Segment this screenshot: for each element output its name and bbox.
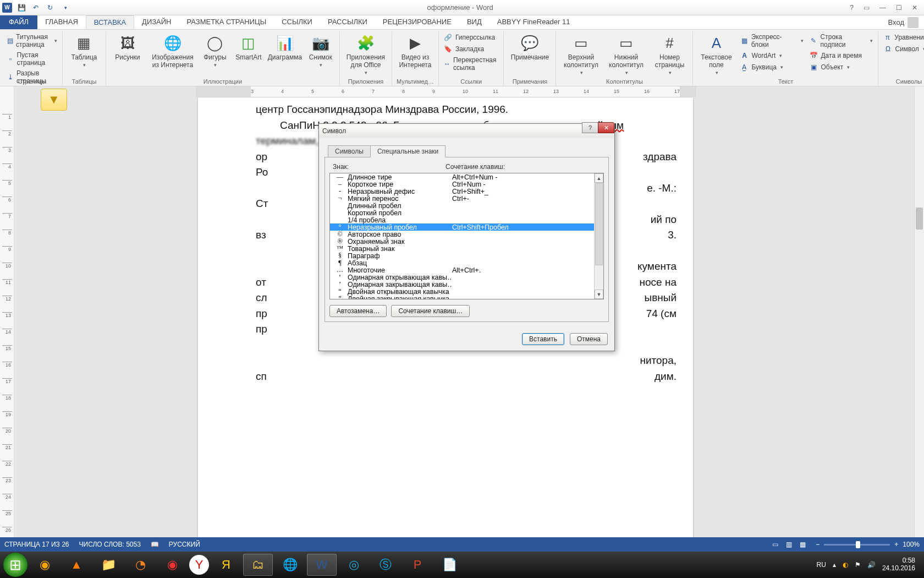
signature-line-button[interactable]: ✎Строка подписи▾ (807, 32, 875, 49)
taskbar-app-word[interactable]: W (307, 554, 337, 576)
list-row[interactable]: 1/4 пробела (330, 216, 603, 223)
cancel-button[interactable]: Отмена (570, 333, 608, 345)
taskbar-app-ya2[interactable]: Я (211, 554, 241, 576)
scroll-down-icon[interactable]: ▼ (595, 290, 603, 299)
screenshot-button[interactable]: 📷Снимок▾ (305, 32, 336, 68)
zoom-in-icon[interactable]: + (894, 541, 898, 548)
taskbar-app-chrome[interactable]: 🌐 (275, 554, 305, 576)
minimize-icon[interactable]: — (879, 4, 886, 12)
tray-network-icon[interactable]: ◐ (843, 561, 848, 569)
redo-icon[interactable]: ↻ (45, 3, 55, 13)
dialog-titlebar[interactable]: Символ ? ✕ (319, 124, 614, 138)
comment-button[interactable]: 💬Примечание (507, 32, 552, 61)
symbol-button[interactable]: ΩСимвол▾ (882, 44, 924, 54)
taskbar-app-skype[interactable]: Ⓢ (371, 554, 400, 576)
list-row[interactable]: …МноготочиеAlt+Ctrl+. (330, 266, 603, 274)
apps-button[interactable]: 🧩Приложения для Office▾ (343, 32, 388, 75)
read-mode-icon[interactable]: ▭ (772, 541, 778, 548)
tab-layout[interactable]: РАЗМЕТКА СТРАНИЦЫ (179, 15, 274, 29)
dialog-tab-symbols[interactable]: Символы (328, 145, 371, 157)
save-icon[interactable]: 💾 (16, 3, 26, 13)
listbox-scroll-thumb[interactable] (595, 183, 603, 265)
taskbar-app-vlc[interactable]: ▲ (62, 554, 91, 576)
tray-action-center-icon[interactable]: ⚑ (855, 561, 861, 569)
vertical-scrollbar[interactable] (914, 86, 924, 561)
taskbar-app-folder[interactable]: 🗂 (243, 554, 273, 576)
scroll-up-icon[interactable]: ▲ (595, 173, 603, 183)
taskbar-app-uc[interactable]: ◔ (125, 554, 155, 576)
shapes-button[interactable]: ◯Фигуры▾ (200, 32, 230, 68)
insert-button[interactable]: Вставить (522, 333, 564, 345)
crossref-button[interactable]: ↔Перекрестная ссылка (442, 56, 501, 72)
tab-view[interactable]: ВИД (459, 15, 490, 29)
list-row[interactable]: “Двойная открывающая кавычка (330, 288, 603, 295)
tab-abbyy[interactable]: ABBYY FineReader 11 (490, 15, 578, 29)
dialog-tab-special[interactable]: Специальные знаки (370, 145, 446, 157)
pictures-button[interactable]: 🖼Рисунки (109, 32, 146, 61)
web-layout-icon[interactable]: ▦ (800, 541, 806, 548)
list-row[interactable]: Длинный пробел (330, 202, 603, 209)
scrollbar-thumb[interactable] (916, 208, 923, 230)
object-button[interactable]: ▣Объект▾ (807, 62, 875, 72)
page-number-button[interactable]: #Номер страницы▾ (650, 32, 689, 75)
tray-show-hidden-icon[interactable]: ▴ (833, 561, 836, 569)
online-video-button[interactable]: ▶Видео из Интернета (395, 32, 435, 69)
bookmark-button[interactable]: 🔖Закладка (442, 44, 501, 54)
taskbar-app-5[interactable]: ◎ (339, 554, 369, 576)
blank-page-button[interactable]: ▫Пустая страница (6, 51, 59, 67)
zoom-slider[interactable] (824, 544, 890, 546)
chart-button[interactable]: 📊Диаграмма (267, 32, 303, 61)
taskbar-app-explorer[interactable]: 📁 (94, 554, 123, 576)
online-pictures-button[interactable]: 🌐Изображения из Интернета (148, 32, 197, 69)
status-word-count[interactable]: ЧИСЛО СЛОВ: 5053 (79, 541, 141, 548)
list-row[interactable]: ‘Одинарная открывающая кавы… (330, 274, 603, 281)
taskbar-app-1[interactable]: ◉ (30, 554, 59, 576)
print-layout-icon[interactable]: ▥ (786, 541, 792, 548)
zoom-control[interactable]: − + 100% (816, 541, 920, 548)
taskbar-app-media[interactable]: ◉ (157, 554, 187, 576)
zoom-out-icon[interactable]: − (816, 541, 820, 548)
list-row[interactable]: ™Товарный знак (330, 245, 603, 252)
taskbar-app-yandex[interactable]: Y (189, 555, 209, 575)
datetime-button[interactable]: 📅Дата и время (807, 51, 875, 61)
list-row[interactable]: Короткий пробел (330, 209, 603, 216)
zoom-level[interactable]: 100% (903, 541, 920, 548)
hyperlink-button[interactable]: 🔗Гиперссылка (442, 32, 501, 42)
tray-lang[interactable]: RU (817, 561, 826, 569)
tab-file[interactable]: ФАЙЛ (0, 15, 37, 29)
list-row[interactable]: ¬Мягкий переносCtrl+- (330, 195, 603, 202)
tab-references[interactable]: ССЫЛКИ (274, 15, 320, 29)
status-language[interactable]: РУССКИЙ (169, 541, 200, 548)
equation-button[interactable]: πУравнение▾ (882, 32, 924, 42)
header-button[interactable]: ▭Верхний колонтитул▾ (559, 32, 602, 75)
footer-button[interactable]: ▭Нижний колонтитул▾ (604, 32, 647, 75)
tray-volume-icon[interactable]: 🔊 (867, 561, 876, 569)
close-icon[interactable]: ✕ (912, 4, 917, 12)
dropcap-button[interactable]: A̲Буквица▾ (738, 62, 805, 72)
list-row[interactable]: ’Одинарная закрывающая кавы… (330, 281, 603, 288)
pages-gallery-badge[interactable]: ▼ (41, 89, 67, 111)
list-row[interactable]: -Неразрывный дефисCtrl+Shift+_ (330, 188, 603, 195)
list-row[interactable]: ”Двойная закрывающая кавычка (330, 295, 603, 299)
special-chars-listbox[interactable]: —Длинное тиреAlt+Ctrl+Num -–Короткое тир… (329, 173, 604, 299)
tab-home[interactable]: ГЛАВНАЯ (37, 15, 86, 29)
autocorrect-button[interactable]: Автозамена… (329, 305, 387, 317)
dialog-close-button[interactable]: ✕ (598, 122, 614, 133)
tab-design[interactable]: ДИЗАЙН (134, 15, 179, 29)
proofing-icon[interactable]: 📖 (151, 541, 159, 548)
table-button[interactable]: ▦Таблица▾ (66, 32, 102, 68)
list-row[interactable]: ©Авторское право (330, 231, 603, 238)
tab-mailings[interactable]: РАССЫЛКИ (320, 15, 375, 29)
tab-insert[interactable]: ВСТАВКА (86, 15, 134, 29)
start-button[interactable]: ⊞ (3, 553, 28, 577)
tab-review[interactable]: РЕЦЕНЗИРОВАНИЕ (375, 15, 459, 29)
sign-in-button[interactable]: Вход (883, 15, 924, 29)
list-row[interactable]: –Короткое тиреCtrl+Num - (330, 181, 603, 188)
undo-icon[interactable]: ↶ (31, 3, 41, 13)
list-row[interactable]: §Параграф (330, 252, 603, 259)
textbox-button[interactable]: AТекстовое поле▾ (696, 32, 736, 75)
quickparts-button[interactable]: ▦Экспресс-блоки▾ (738, 32, 805, 49)
smartart-button[interactable]: ◫SmartArt (233, 32, 265, 61)
qat-dropdown-icon[interactable]: ▾ (61, 3, 70, 13)
taskbar-app-foxit[interactable]: 📄 (435, 554, 464, 576)
